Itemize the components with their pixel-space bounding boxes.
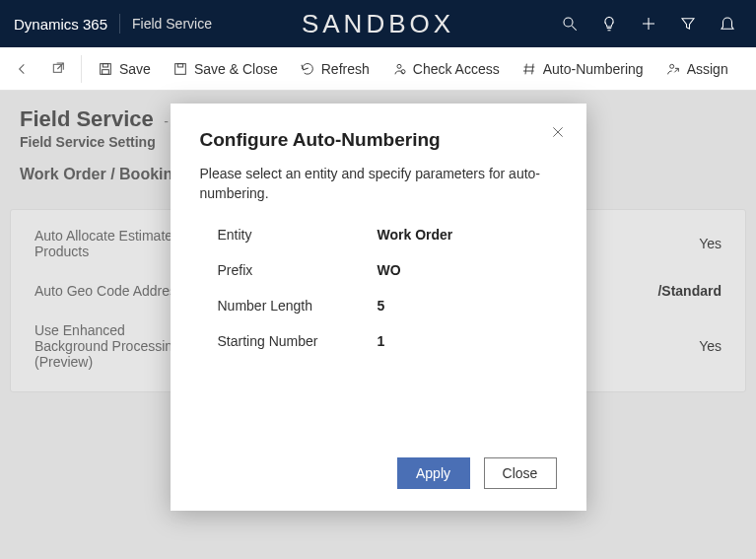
- entity-value[interactable]: Work Order: [378, 227, 453, 243]
- refresh-label: Refresh: [321, 61, 370, 77]
- field-label: Number Length: [200, 298, 378, 314]
- back-button[interactable]: [6, 52, 39, 86]
- apply-button[interactable]: Apply: [397, 457, 470, 489]
- search-icon[interactable]: [561, 15, 579, 33]
- svg-rect-10: [177, 63, 182, 66]
- assign-button[interactable]: Assign: [655, 55, 738, 83]
- assign-label: Assign: [687, 61, 728, 77]
- prefix-value[interactable]: WO: [378, 262, 401, 278]
- lightbulb-icon[interactable]: [600, 15, 618, 33]
- global-topbar: Dynamics 365 Field Service SANDBOX: [0, 0, 756, 47]
- svg-point-0: [564, 18, 573, 27]
- svg-line-13: [525, 63, 526, 74]
- field-label: Starting Number: [200, 333, 378, 349]
- svg-point-11: [397, 64, 401, 68]
- command-bar: Save Save & Close Refresh Check Access A…: [0, 47, 756, 91]
- open-new-window-button[interactable]: [41, 52, 75, 86]
- auto-numbering-label: Auto-Numbering: [543, 61, 644, 77]
- field-label: Entity: [200, 227, 378, 243]
- dialog-title: Configure Auto-Numbering: [200, 129, 557, 151]
- dialog-row-length: Number Length 5: [200, 298, 557, 314]
- auto-numbering-button[interactable]: Auto-Numbering: [512, 55, 653, 83]
- dialog-row-entity: Entity Work Order: [200, 227, 557, 243]
- brand-label: Dynamics 365: [14, 16, 107, 33]
- check-access-label: Check Access: [413, 61, 500, 77]
- save-close-label: Save & Close: [194, 61, 278, 77]
- field-label: Prefix: [200, 262, 378, 278]
- dialog-instruction: Please select an entity and specify para…: [200, 165, 557, 203]
- svg-rect-7: [103, 63, 107, 66]
- module-label: Field Service: [132, 16, 212, 32]
- svg-line-18: [674, 68, 678, 72]
- topbar-icon-group: [561, 15, 746, 33]
- save-close-button[interactable]: Save & Close: [163, 55, 288, 83]
- start-value[interactable]: 1: [378, 333, 385, 349]
- save-button[interactable]: Save: [88, 55, 161, 83]
- save-label: Save: [119, 61, 151, 77]
- environment-badge: SANDBOX: [302, 9, 454, 39]
- length-value[interactable]: 5: [378, 298, 385, 314]
- svg-point-17: [669, 64, 673, 68]
- svg-line-1: [572, 26, 577, 31]
- topbar-divider: [119, 14, 120, 34]
- svg-line-14: [531, 63, 532, 74]
- notifications-icon[interactable]: [719, 15, 736, 33]
- command-separator: [81, 55, 82, 83]
- close-icon[interactable]: [551, 125, 565, 143]
- dialog-row-prefix: Prefix WO: [200, 262, 557, 278]
- close-button[interactable]: Close: [484, 457, 557, 489]
- dialog-row-start: Starting Number 1: [200, 333, 557, 349]
- refresh-button[interactable]: Refresh: [290, 55, 379, 83]
- auto-numbering-dialog: Configure Auto-Numbering Please select a…: [171, 104, 586, 511]
- add-icon[interactable]: [640, 15, 657, 33]
- dialog-button-row: Apply Close: [200, 457, 557, 489]
- check-access-button[interactable]: Check Access: [381, 55, 510, 83]
- svg-rect-8: [103, 69, 109, 74]
- filter-icon[interactable]: [679, 15, 697, 33]
- svg-rect-9: [175, 63, 186, 74]
